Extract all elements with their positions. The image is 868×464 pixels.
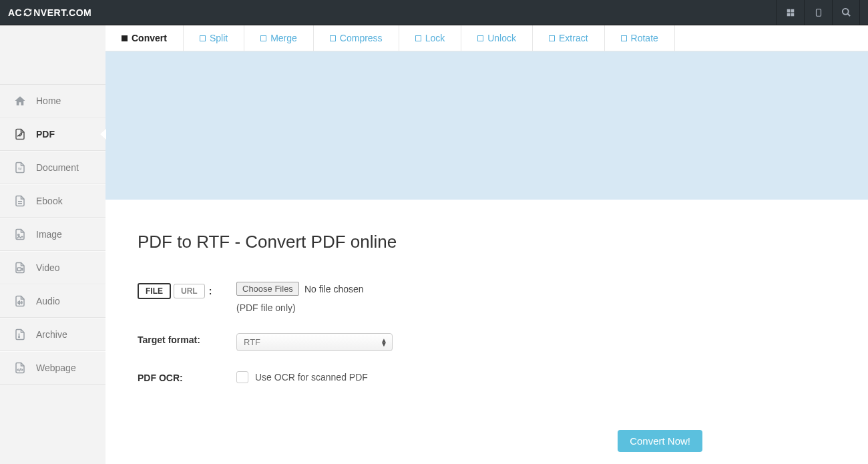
- ebook-icon: [13, 194, 27, 208]
- ocr-checkbox[interactable]: [236, 371, 248, 383]
- tab-rotate[interactable]: Rotate: [605, 25, 675, 51]
- sidebar-item-label: Home: [36, 95, 61, 106]
- tab-label: Convert: [132, 33, 167, 43]
- image-icon: [13, 228, 27, 241]
- topbar-actions: [776, 0, 860, 25]
- sidebar-item-label: Archive: [36, 329, 67, 340]
- svg-rect-4: [816, 9, 821, 16]
- svg-rect-11: [17, 268, 21, 271]
- ocr-text: Use OCR for scanned PDF: [255, 372, 368, 383]
- tab-merge[interactable]: Merge: [244, 25, 314, 51]
- target-format-select[interactable]: RTF: [236, 333, 393, 351]
- source-file-button[interactable]: FILE: [138, 283, 171, 299]
- tab-compress[interactable]: Compress: [314, 25, 399, 51]
- topbar: AC NVERT.COM: [0, 0, 868, 25]
- row-ocr: PDF OCR: Use OCR for scanned PDF: [138, 371, 836, 383]
- colon: :: [209, 286, 212, 296]
- document-icon: W: [13, 161, 27, 174]
- pdf-icon: [13, 128, 27, 141]
- choose-files-button[interactable]: Choose Files: [236, 282, 299, 296]
- sidebar-item-audio[interactable]: Audio: [0, 284, 105, 318]
- svg-point-13: [19, 336, 20, 338]
- svg-rect-1: [791, 9, 794, 12]
- sidebar-item-archive[interactable]: Archive: [0, 318, 105, 351]
- svg-point-10: [18, 234, 19, 236]
- sidebar-item-home[interactable]: Home: [0, 84, 105, 118]
- main: Convert Split Merge Compress Lock Unlock…: [105, 25, 868, 464]
- square-icon: [122, 35, 128, 41]
- svg-rect-0: [787, 9, 790, 12]
- tab-lock[interactable]: Lock: [399, 25, 462, 51]
- grid-icon[interactable]: [776, 0, 804, 25]
- sidebar-item-image[interactable]: Image: [0, 218, 105, 251]
- row-source: FILE URL : Choose Files No file chosen (…: [138, 282, 836, 313]
- video-icon: [13, 261, 27, 274]
- logo-text-left: AC: [8, 7, 22, 18]
- source-url-button[interactable]: URL: [174, 284, 205, 298]
- home-icon: [13, 94, 27, 107]
- sidebar-item-label: Webpage: [36, 363, 76, 373]
- row-target: Target format: RTF ▲▼: [138, 333, 836, 351]
- file-status: No file chosen: [304, 284, 364, 294]
- sidebar-item-video[interactable]: Video: [0, 251, 105, 284]
- sidebar-item-label: Document: [36, 162, 79, 173]
- sidebar-item-label: PDF: [36, 129, 55, 140]
- tab-label: Lock: [425, 33, 445, 43]
- tab-label: Extract: [559, 33, 588, 43]
- sidebar: Home PDF W Document Ebook: [0, 25, 105, 464]
- svg-point-5: [842, 9, 848, 15]
- sidebar-item-document[interactable]: W Document: [0, 151, 105, 184]
- target-format-select-wrap: RTF ▲▼: [236, 333, 393, 351]
- ad-banner-area: [105, 51, 868, 200]
- tab-label: Merge: [270, 33, 297, 43]
- logo[interactable]: AC NVERT.COM: [8, 7, 91, 18]
- mobile-icon[interactable]: [804, 0, 832, 25]
- actions: Convert Now!: [138, 403, 836, 452]
- sidebar-item-label: Audio: [36, 296, 60, 306]
- svg-rect-2: [787, 13, 790, 16]
- svg-line-14: [19, 369, 21, 372]
- sidebar-item-label: Video: [36, 262, 60, 273]
- tab-unlock[interactable]: Unlock: [461, 25, 533, 51]
- square-icon: [415, 35, 421, 41]
- tab-convert[interactable]: Convert: [105, 25, 184, 51]
- svg-rect-3: [791, 13, 794, 16]
- logo-text-right: NVERT.COM: [33, 7, 91, 18]
- sidebar-item-label: Image: [36, 229, 62, 240]
- ocr-label: PDF OCR:: [138, 371, 236, 383]
- square-icon: [330, 35, 336, 41]
- page-title: PDF to RTF - Convert PDF online: [138, 232, 836, 252]
- sidebar-item-label: Ebook: [36, 196, 63, 206]
- sidebar-item-webpage[interactable]: Webpage: [0, 351, 105, 385]
- tab-extract[interactable]: Extract: [533, 25, 605, 51]
- source-toggle: FILE URL :: [138, 282, 236, 299]
- svg-line-6: [847, 13, 850, 16]
- square-icon: [549, 35, 555, 41]
- convert-now-button[interactable]: Convert Now!: [618, 430, 702, 452]
- svg-text:W: W: [18, 167, 22, 171]
- sidebar-item-ebook[interactable]: Ebook: [0, 184, 105, 218]
- archive-icon: [13, 328, 27, 341]
- content: PDF to RTF - Convert PDF online FILE URL…: [105, 200, 868, 464]
- refresh-icon: [23, 8, 32, 17]
- square-icon: [477, 35, 483, 41]
- tab-label: Unlock: [487, 33, 516, 43]
- square-icon: [621, 35, 627, 41]
- tab-split[interactable]: Split: [184, 25, 244, 51]
- tab-label: Compress: [340, 33, 383, 43]
- square-icon: [200, 35, 206, 41]
- search-icon[interactable]: [832, 0, 860, 25]
- tab-label: Split: [210, 33, 228, 43]
- tab-label: Rotate: [631, 33, 658, 43]
- sidebar-item-pdf[interactable]: PDF: [0, 118, 105, 151]
- tabbar: Convert Split Merge Compress Lock Unlock…: [105, 25, 868, 51]
- target-format-label: Target format:: [138, 333, 236, 345]
- file-hint: (PDF file only): [236, 302, 836, 313]
- square-icon: [260, 35, 266, 41]
- audio-icon: [13, 294, 27, 308]
- webpage-icon: [13, 361, 27, 375]
